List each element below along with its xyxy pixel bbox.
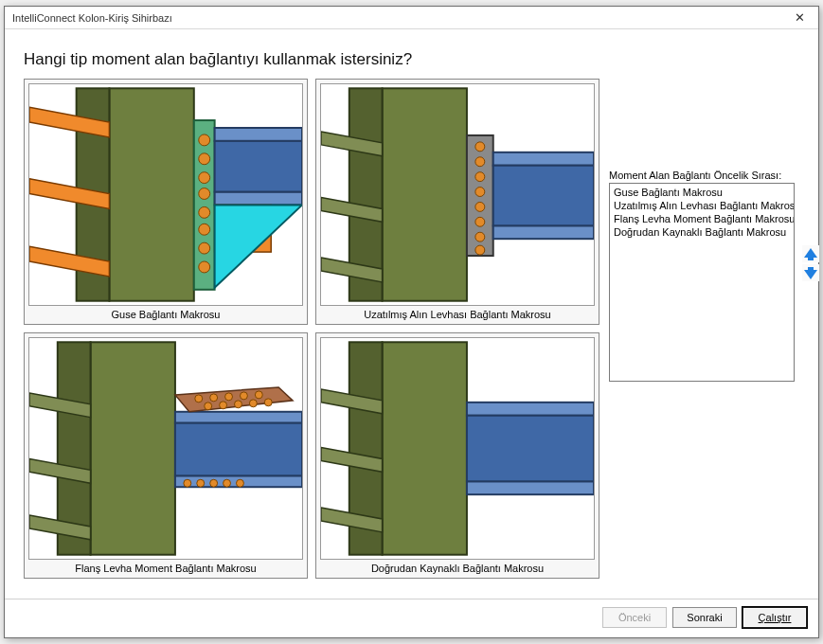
svg-point-12	[199, 224, 210, 235]
end-plate-connection-icon	[321, 84, 594, 305]
svg-point-61	[224, 479, 231, 487]
svg-rect-71	[467, 416, 594, 482]
content-area: Hangi tip moment alan bağlantıyı kullanm…	[5, 29, 818, 599]
prev-button[interactable]: Önceki	[602, 607, 667, 628]
option-guse-label: Guse Bağlantı Makrosu	[28, 306, 303, 320]
svg-rect-46	[175, 423, 302, 476]
direct-weld-connection-icon	[321, 338, 594, 559]
option-guse[interactable]: Guse Bağlantı Makrosu	[24, 79, 308, 325]
svg-point-27	[475, 142, 485, 152]
svg-point-53	[205, 402, 212, 410]
svg-rect-64	[383, 342, 467, 554]
svg-point-49	[210, 394, 218, 402]
close-icon: ✕	[795, 10, 805, 25]
svg-point-57	[264, 399, 272, 406]
svg-point-50	[225, 393, 233, 401]
arrow-down-icon	[804, 267, 817, 279]
svg-point-48	[195, 395, 203, 402]
flange-plate-connection-icon	[29, 338, 302, 559]
svg-rect-1	[109, 88, 193, 300]
svg-point-14	[199, 261, 210, 273]
svg-point-30	[475, 188, 485, 197]
svg-point-60	[210, 479, 218, 487]
move-up-button[interactable]	[802, 245, 819, 262]
next-button[interactable]: Sonraki	[672, 607, 737, 628]
move-down-button[interactable]	[802, 264, 819, 281]
svg-point-32	[475, 217, 485, 226]
svg-point-56	[249, 400, 257, 407]
svg-point-55	[234, 401, 242, 408]
window-title: IntelliConnect Kolon-Kiriş Sihirbazı	[12, 12, 784, 24]
svg-rect-16	[215, 192, 302, 206]
svg-rect-36	[493, 225, 594, 239]
svg-point-62	[236, 479, 243, 487]
option-flange-plate-label: Flanş Levha Moment Bağlantı Makrosu	[28, 560, 303, 574]
svg-point-54	[220, 402, 227, 409]
reorder-buttons	[802, 245, 819, 281]
svg-rect-44	[175, 412, 302, 423]
svg-point-7	[199, 134, 210, 146]
svg-point-52	[255, 391, 262, 399]
svg-point-13	[199, 242, 210, 254]
option-direct-weld[interactable]: Doğrudan Kaynaklı Bağlantı Makrosu	[315, 332, 599, 579]
option-flange-plate-thumb	[28, 337, 303, 560]
svg-point-10	[199, 188, 210, 200]
option-direct-weld-thumb	[320, 337, 595, 560]
gusset-connection-icon	[29, 84, 302, 305]
svg-rect-17	[215, 141, 302, 192]
svg-rect-70	[467, 481, 594, 494]
option-direct-weld-label: Doğrudan Kaynaklı Bağlantı Makrosu	[320, 560, 595, 574]
svg-point-8	[199, 153, 210, 165]
option-end-plate-thumb	[320, 83, 595, 306]
svg-point-28	[475, 157, 485, 167]
close-button[interactable]: ✕	[784, 9, 814, 27]
svg-rect-39	[91, 342, 175, 554]
priority-listbox[interactable]: Guse Bağlantı Makrosu Uzatılmış Alın Lev…	[609, 183, 795, 382]
list-item[interactable]: Flanş Levha Moment Bağlantı Makrosu	[614, 212, 790, 225]
svg-point-34	[475, 245, 485, 255]
svg-point-29	[475, 172, 485, 182]
option-flange-plate[interactable]: Flanş Levha Moment Bağlantı Makrosu	[24, 332, 308, 579]
list-item[interactable]: Uzatılmış Alın Levhası Bağlantı Makrosu	[614, 199, 790, 212]
svg-rect-21	[383, 88, 467, 300]
wizard-window: IntelliConnect Kolon-Kiriş Sihirbazı ✕ H…	[4, 6, 819, 638]
arrow-up-icon	[804, 248, 817, 260]
svg-point-11	[199, 206, 210, 218]
list-item[interactable]: Doğrudan Kaynaklı Bağlantı Makrosu	[614, 225, 790, 239]
main-row: Guse Bağlantı Makrosu	[24, 79, 799, 591]
option-end-plate-label: Uzatılmış Alın Levhası Bağlantı Makrosu	[320, 306, 595, 320]
svg-point-51	[240, 392, 247, 400]
priority-legend: Moment Alan Bağlantı Öncelik Sırası:	[609, 170, 799, 181]
svg-rect-69	[467, 402, 594, 416]
svg-rect-37	[493, 166, 594, 226]
question-text: Hangi tip moment alan bağlantıyı kullanm…	[24, 50, 799, 69]
button-bar: Önceki Sonraki Çalıştır	[5, 599, 818, 637]
svg-point-31	[475, 202, 485, 211]
options-grid: Guse Bağlantı Makrosu	[24, 79, 599, 591]
titlebar: IntelliConnect Kolon-Kiriş Sihirbazı ✕	[5, 7, 818, 29]
svg-point-58	[184, 479, 191, 487]
option-end-plate[interactable]: Uzatılmış Alın Levhası Bağlantı Makrosu	[315, 79, 599, 325]
svg-point-59	[197, 479, 205, 487]
svg-point-9	[199, 172, 210, 184]
list-item[interactable]: Guse Bağlantı Makrosu	[614, 186, 790, 199]
svg-rect-35	[493, 152, 594, 166]
priority-panel: Moment Alan Bağlantı Öncelik Sırası: Gus…	[609, 79, 799, 591]
svg-point-33	[475, 232, 485, 242]
run-button[interactable]: Çalıştır	[742, 607, 807, 628]
svg-rect-15	[215, 128, 302, 141]
option-guse-thumb	[28, 83, 303, 306]
